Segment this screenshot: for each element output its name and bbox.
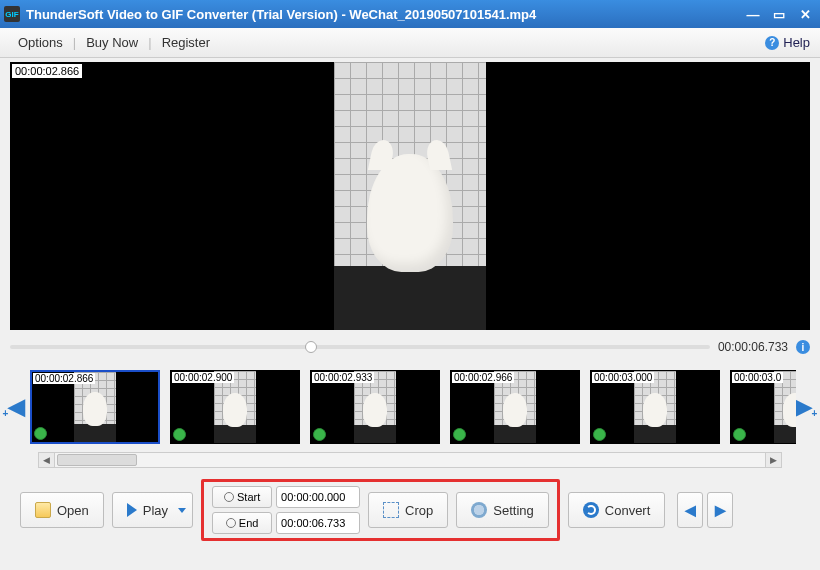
- seekbar: 00:00:06.733 i: [10, 334, 810, 360]
- crop-icon: [383, 502, 399, 518]
- convert-icon: [583, 502, 599, 518]
- thumbs-prev[interactable]: +◀: [4, 370, 24, 444]
- thumbnail[interactable]: 00:00:02.866: [30, 370, 160, 444]
- maximize-button[interactable]: ▭: [768, 5, 790, 23]
- play-label: Play: [143, 503, 168, 518]
- window-controls: ― ▭ ✕: [742, 5, 816, 23]
- thumbnail-time: 00:00:03.0: [732, 372, 783, 383]
- thumbnail[interactable]: 00:00:03.0: [730, 370, 796, 444]
- thumbnail-time: 00:00:02.933: [312, 372, 374, 383]
- play-button[interactable]: Play: [112, 492, 193, 528]
- clock-icon: [224, 492, 234, 502]
- open-label: Open: [57, 503, 89, 518]
- thumbnail-time: 00:00:02.900: [172, 372, 234, 383]
- time-group: Start 00:00:00.000 End 00:00:06.733: [212, 486, 360, 534]
- menubar: Options | Buy Now | Register ? Help: [0, 28, 820, 58]
- start-label: Start: [237, 491, 260, 503]
- gear-icon: [471, 502, 487, 518]
- menu-register[interactable]: Register: [154, 35, 218, 50]
- convert-button[interactable]: Convert: [568, 492, 666, 528]
- duration-label: 00:00:06.733: [718, 340, 788, 354]
- thumbnail[interactable]: 00:00:03.000: [590, 370, 720, 444]
- start-input[interactable]: 00:00:00.000: [276, 486, 360, 508]
- thumbnails: 00:00:02.86600:00:02.90000:00:02.93300:0…: [24, 370, 796, 444]
- scroll-thumb[interactable]: [57, 454, 137, 466]
- thumbnail-time: 00:00:02.966: [452, 372, 514, 383]
- toolbar: Open Play Start 00:00:00.000 End 00:00:0…: [10, 482, 810, 538]
- thumbnail-row: +◀ 00:00:02.86600:00:02.90000:00:02.9330…: [4, 366, 816, 448]
- thumbnail-time: 00:00:02.866: [33, 373, 95, 384]
- thumbnail-scrollbar[interactable]: ◀ ▶: [38, 452, 782, 468]
- thumbnail[interactable]: 00:00:02.900: [170, 370, 300, 444]
- menu-help[interactable]: ? Help: [765, 35, 810, 50]
- preview-timestamp: 00:00:02.866: [12, 64, 82, 78]
- frame-next-button[interactable]: ▶: [707, 492, 733, 528]
- close-button[interactable]: ✕: [794, 5, 816, 23]
- clock-icon: [34, 427, 47, 440]
- clock-icon: [733, 428, 746, 441]
- end-input[interactable]: 00:00:06.733: [276, 512, 360, 534]
- info-icon[interactable]: i: [796, 340, 810, 354]
- help-label: Help: [783, 35, 810, 50]
- clock-icon: [453, 428, 466, 441]
- thumbnail[interactable]: 00:00:02.933: [310, 370, 440, 444]
- open-button[interactable]: Open: [20, 492, 104, 528]
- scroll-left[interactable]: ◀: [39, 453, 55, 467]
- scroll-right[interactable]: ▶: [765, 453, 781, 467]
- highlighted-controls: Start 00:00:00.000 End 00:00:06.733 Crop…: [201, 479, 560, 541]
- crop-label: Crop: [405, 503, 433, 518]
- minimize-button[interactable]: ―: [742, 5, 764, 23]
- clock-icon: [593, 428, 606, 441]
- start-button[interactable]: Start: [212, 486, 272, 508]
- menu-options[interactable]: Options: [10, 35, 71, 50]
- help-icon: ?: [765, 36, 779, 50]
- thumbnail[interactable]: 00:00:02.966: [450, 370, 580, 444]
- preview-frame: [334, 62, 486, 330]
- video-preview[interactable]: 00:00:02.866: [10, 62, 810, 330]
- clock-icon: [226, 518, 236, 528]
- convert-label: Convert: [605, 503, 651, 518]
- scroll-track[interactable]: [55, 453, 765, 467]
- frame-prev-button[interactable]: ◀: [677, 492, 703, 528]
- play-icon: [127, 503, 137, 517]
- setting-label: Setting: [493, 503, 533, 518]
- app-icon: GIF: [4, 6, 20, 22]
- menu-buy-now[interactable]: Buy Now: [78, 35, 146, 50]
- thumbs-next[interactable]: ▶+: [796, 370, 816, 444]
- folder-icon: [35, 502, 51, 518]
- crop-button[interactable]: Crop: [368, 492, 448, 528]
- clock-icon: [313, 428, 326, 441]
- seek-handle[interactable]: [305, 341, 317, 353]
- chevron-down-icon: [178, 508, 186, 513]
- end-label: End: [239, 517, 259, 529]
- titlebar: GIF ThunderSoft Video to GIF Converter (…: [0, 0, 820, 28]
- setting-button[interactable]: Setting: [456, 492, 548, 528]
- thumbnail-time: 00:00:03.000: [592, 372, 654, 383]
- window-title: ThunderSoft Video to GIF Converter (Tria…: [26, 7, 742, 22]
- clock-icon: [173, 428, 186, 441]
- seek-track[interactable]: [10, 345, 710, 349]
- end-button[interactable]: End: [212, 512, 272, 534]
